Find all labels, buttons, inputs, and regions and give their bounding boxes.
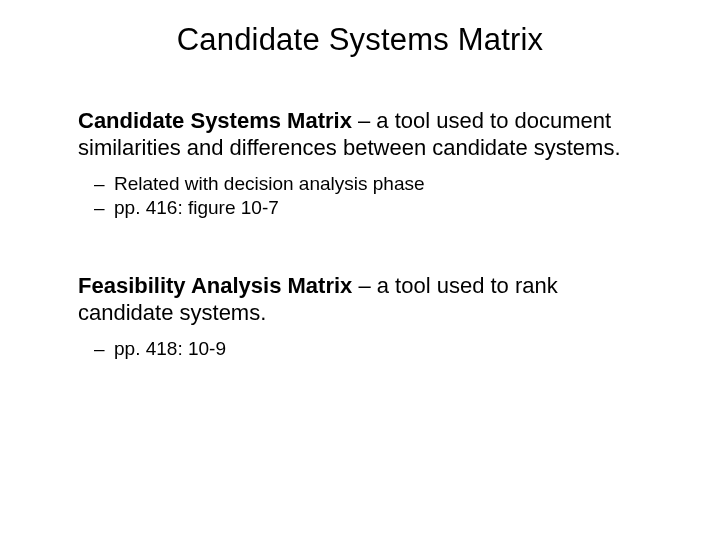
term-feasibility-analysis-matrix: Feasibility Analysis Matrix	[78, 273, 352, 298]
list-item: pp. 418: 10-9	[78, 337, 658, 362]
slide: Candidate Systems Matrix Candidate Syste…	[0, 0, 720, 540]
slide-title: Candidate Systems Matrix	[0, 22, 720, 58]
list-item-text: pp. 416: figure 10-7	[114, 197, 279, 218]
sub-bullet-list: Related with decision analysis phase pp.…	[78, 172, 658, 221]
list-item-text: pp. 418: 10-9	[114, 338, 226, 359]
list-item: pp. 416: figure 10-7	[78, 196, 658, 221]
term-candidate-systems-matrix: Candidate Systems Matrix	[78, 108, 352, 133]
list-item-text: Related with decision analysis phase	[114, 173, 425, 194]
definition-block-1: Candidate Systems Matrix – a tool used t…	[78, 108, 658, 221]
definition-block-2: Feasibility Analysis Matrix – a tool use…	[78, 273, 658, 361]
list-item: Related with decision analysis phase	[78, 172, 658, 197]
definition-paragraph: Feasibility Analysis Matrix – a tool use…	[78, 273, 658, 327]
slide-body: Candidate Systems Matrix – a tool used t…	[78, 108, 658, 361]
sub-bullet-list: pp. 418: 10-9	[78, 337, 658, 362]
definition-paragraph: Candidate Systems Matrix – a tool used t…	[78, 108, 658, 162]
